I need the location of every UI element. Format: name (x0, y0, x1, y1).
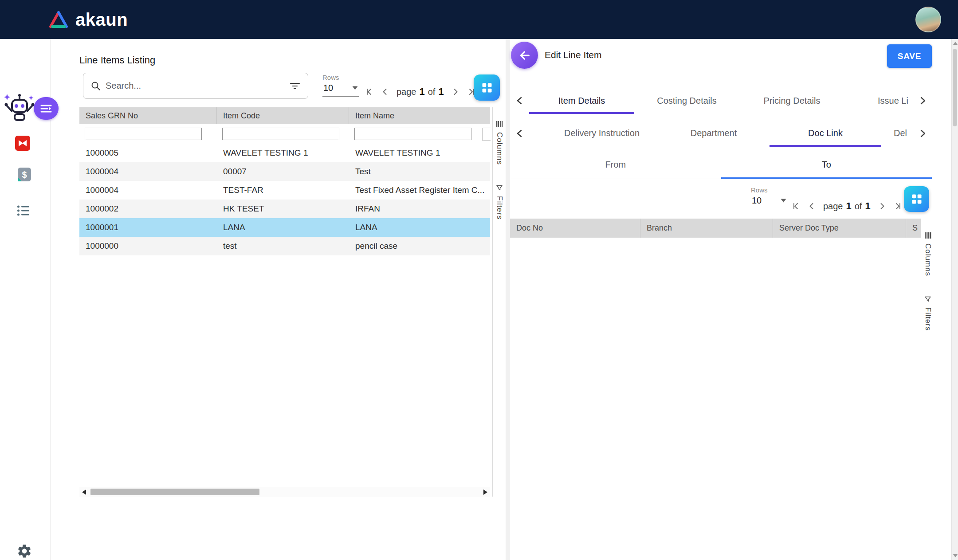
filter-input-item-code[interactable] (222, 128, 339, 140)
table-row-selected[interactable]: 1000001 LANA LANA (79, 218, 490, 237)
pdf-app-icon[interactable] (15, 135, 31, 152)
column-header-doc-no[interactable]: Doc No (510, 219, 640, 238)
cell-sales-grn-no: 1000004 (79, 185, 217, 195)
first-page-button[interactable] (789, 200, 802, 212)
list-app-icon[interactable] (17, 204, 30, 217)
panel-divider (506, 39, 510, 560)
filter-input-partial[interactable] (483, 128, 491, 141)
column-header-item-name[interactable]: Item Name (349, 107, 490, 124)
rows-per-page-control[interactable]: Rows 10 (751, 186, 786, 209)
columns-icon[interactable] (924, 232, 931, 239)
search-box (83, 73, 308, 99)
cell-item-code: TEST-FAR (217, 185, 349, 195)
settings-gear-icon[interactable] (16, 543, 32, 559)
table-row[interactable]: 1000002 HK TESET IRFAN (79, 200, 490, 218)
table-side-strip: Columns Filters (492, 107, 506, 497)
scroll-right-arrow[interactable] (483, 490, 487, 495)
table-row[interactable]: 1000000 test pencil case (79, 237, 490, 255)
rows-value: 10 (752, 196, 762, 206)
table-row[interactable]: 1000004 00007 Test (79, 162, 490, 181)
column-header-sales-grn-no[interactable]: Sales GRN No (79, 107, 217, 124)
tab-department[interactable]: Department (658, 120, 770, 147)
table-header-row: Sales GRN No Item Code Item Name (79, 107, 490, 124)
brand-name: akaun (75, 10, 128, 30)
tab-delivery-partial[interactable]: Del (881, 120, 913, 147)
layout-grid-button[interactable] (904, 186, 929, 212)
search-icon (90, 81, 101, 91)
tab-row-primary: Item Details Costing Details Pricing Det… (510, 87, 932, 114)
tab-item-details[interactable]: Item Details (529, 87, 634, 114)
filters-icon[interactable] (496, 184, 503, 192)
cell-item-name: IRFAN (349, 204, 490, 214)
pagination: page 1 of 1 (789, 198, 904, 215)
cell-item-name: Test Fixed Asset Register Item C... (349, 185, 490, 195)
tab-doc-link[interactable]: Doc Link (770, 120, 881, 147)
first-page-button[interactable] (363, 86, 375, 98)
layout-grid-button[interactable] (474, 74, 500, 101)
scroll-down-arrow[interactable] (953, 554, 958, 557)
app-root: akaun (0, 0, 958, 560)
table-row[interactable]: 1000005 WAVELET TESTING 1 WAVELET TESTIN… (79, 144, 490, 162)
grid-icon (481, 82, 493, 94)
tabs-scroll-right-icon[interactable] (913, 120, 932, 147)
assistant-mascot-icon[interactable] (3, 91, 36, 123)
tab-pricing-details[interactable]: Pricing Details (739, 87, 844, 114)
doc-link-table-header: Doc No Branch Server Doc Type S (510, 219, 921, 238)
cell-item-code: test (217, 241, 349, 251)
page-indicator: page 1 of 1 (823, 200, 871, 212)
filter-input-sales-grn-no[interactable] (85, 128, 202, 140)
tab-row-secondary: Delivery Instruction Department Doc Link… (510, 120, 932, 147)
scroll-left-arrow[interactable] (82, 490, 86, 495)
column-header-server-doc-type[interactable]: Server Doc Type (773, 219, 906, 238)
search-input[interactable] (105, 80, 289, 91)
columns-toggle[interactable]: Columns (923, 243, 932, 276)
cell-item-name: LANA (349, 223, 490, 232)
filters-toggle[interactable]: Filters (923, 307, 932, 331)
column-header-branch[interactable]: Branch (640, 219, 773, 238)
user-avatar[interactable] (915, 7, 941, 32)
table-side-strip: Columns Filters (921, 219, 934, 427)
brand-logo[interactable]: akaun (48, 10, 128, 30)
scroll-up-arrow[interactable] (953, 42, 958, 45)
menu-open-icon (40, 104, 52, 114)
top-navbar: akaun (0, 0, 958, 39)
prev-page-button[interactable] (805, 200, 818, 212)
scrollbar-thumb[interactable] (953, 49, 957, 126)
filter-list-icon[interactable] (289, 81, 301, 91)
cell-item-code: 00007 (217, 167, 349, 176)
menu-toggle-button[interactable] (34, 97, 59, 120)
subtab-row: From To (510, 151, 932, 179)
tabs-scroll-left-icon[interactable] (510, 120, 529, 147)
subtab-from[interactable]: From (510, 151, 721, 179)
tab-issue-link[interactable]: Issue Li (844, 87, 913, 114)
tabs-scroll-left-icon[interactable] (510, 87, 529, 114)
rows-value: 10 (323, 83, 333, 93)
tabs-scroll-right-icon[interactable] (913, 87, 932, 114)
filters-toggle[interactable]: Filters (495, 196, 504, 219)
page-title: Line Items Listing (79, 55, 155, 66)
filters-icon[interactable] (924, 296, 931, 303)
column-header-partial[interactable]: S (906, 219, 921, 238)
tab-delivery-instruction[interactable]: Delivery Instruction (546, 120, 658, 147)
subtab-to[interactable]: To (721, 151, 932, 179)
column-header-item-code[interactable]: Item Code (217, 107, 349, 124)
billing-app-icon[interactable]: $ (17, 167, 31, 182)
cell-sales-grn-no: 1000005 (79, 148, 217, 158)
prev-page-button[interactable] (379, 86, 391, 98)
last-page-button[interactable] (892, 200, 904, 212)
save-button[interactable]: SAVE (887, 44, 932, 68)
table-row[interactable]: 1000004 TEST-FAR Test Fixed Asset Regist… (79, 181, 490, 200)
tab-costing-details[interactable]: Costing Details (634, 87, 739, 114)
svg-text:$: $ (22, 170, 27, 180)
rows-per-page-control[interactable]: Rows 10 (322, 74, 358, 97)
filter-input-item-name[interactable] (354, 128, 471, 140)
akaun-triangle-icon (48, 10, 69, 29)
back-button[interactable] (511, 42, 538, 69)
columns-toggle[interactable]: Columns (495, 132, 504, 165)
scrollbar-thumb[interactable] (90, 489, 259, 495)
columns-icon[interactable] (496, 121, 503, 128)
horizontal-scrollbar (79, 487, 490, 497)
cell-item-name: pencil case (349, 241, 490, 251)
next-page-button[interactable] (449, 86, 462, 98)
next-page-button[interactable] (876, 200, 888, 212)
